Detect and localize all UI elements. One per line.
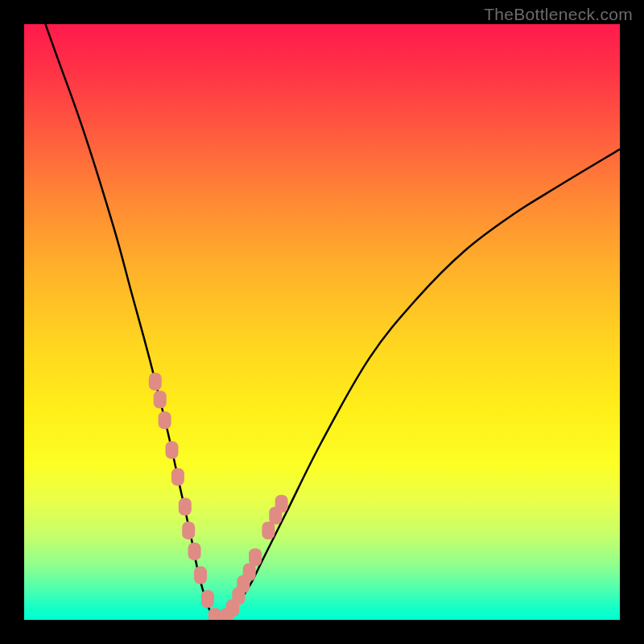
plot-area — [24, 24, 620, 620]
bead-marker — [154, 390, 167, 408]
bottleneck-curve — [24, 24, 620, 620]
bead-marker — [188, 543, 201, 560]
bead-marker — [149, 373, 162, 390]
bead-marker — [262, 522, 275, 539]
bead-marker — [166, 441, 179, 459]
watermark-text: TheBottleneck.com — [484, 5, 633, 24]
bead-marker — [159, 411, 171, 429]
bead-marker — [179, 497, 192, 515]
bead-marker — [171, 468, 184, 485]
bead-marker — [275, 495, 288, 513]
chart-frame: TheBottleneck.com — [0, 0, 644, 644]
curve-layer — [24, 24, 620, 620]
bead-marker — [201, 590, 214, 608]
bead-marker — [194, 567, 207, 584]
bead-marker-group — [149, 373, 288, 620]
bead-marker — [249, 548, 262, 566]
bead-marker — [182, 522, 195, 539]
